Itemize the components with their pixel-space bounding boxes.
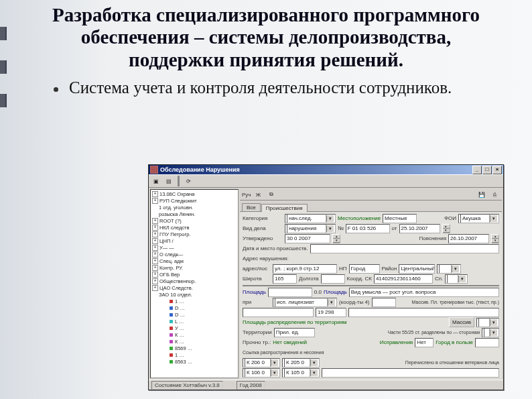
combo-parts[interactable]: ▾ xyxy=(482,328,499,337)
tree-node[interactable]: +Спец. адм xyxy=(151,258,238,264)
spin-approved[interactable]: ▴▾ xyxy=(332,234,340,243)
inp-no[interactable]: F 01 03 526 xyxy=(346,224,390,233)
label-area-dist: Площадь распределения по территориям xyxy=(243,319,347,325)
label-foiv: ФОИ xyxy=(444,215,456,221)
minimize-button[interactable]: _ xyxy=(472,166,482,174)
label-coord-sk: Коорд. СК xyxy=(347,276,372,282)
inp-r10b[interactable]: 19 298 xyxy=(316,308,346,317)
tree-node[interactable]: +13.08С Охрана xyxy=(151,190,238,197)
label-kategoria: Категория xyxy=(243,215,283,221)
inp-terr[interactable]: Прил. ед. xyxy=(274,328,315,337)
font-bold-icon[interactable]: Ж xyxy=(253,189,264,200)
tree-leaf[interactable]: L … xyxy=(151,318,238,325)
tool-refresh-icon[interactable]: ⟳ xyxy=(183,176,194,186)
label-area2: Площадь xyxy=(324,289,347,295)
tree-node[interactable]: +ГПУ Петрогр. xyxy=(151,231,238,237)
btn-massiv[interactable]: Массив xyxy=(449,317,474,327)
tree-leaf[interactable]: У … xyxy=(151,325,238,331)
tree-node[interactable]: +ЦНП / xyxy=(151,237,238,244)
inp-poyasn-date[interactable]: 26.10.2007 xyxy=(448,234,489,243)
tree-leaf[interactable]: 1 … xyxy=(151,298,238,304)
tree-node[interactable]: +ОГБ Вер xyxy=(151,271,238,278)
inp-perech[interactable] xyxy=(322,368,499,378)
label-prochno: Прочно тр.: xyxy=(243,339,271,345)
combo-k105[interactable]: К 105 0▾ xyxy=(282,368,320,378)
tree-leaf[interactable]: D … xyxy=(151,311,238,318)
tree-leaf[interactable]: 1 … xyxy=(151,351,238,358)
maximize-button[interactable]: □ xyxy=(482,166,492,174)
spin-poyasn[interactable]: ▴▾ xyxy=(491,234,499,243)
tree-leaf[interactable]: К … xyxy=(151,338,238,345)
print-icon[interactable]: ⎙ xyxy=(489,189,500,200)
tree-leaf[interactable]: D … xyxy=(151,304,238,311)
tree-node[interactable]: 1 отд. уголовн. xyxy=(151,204,238,211)
combo-k106[interactable]: К 106 0▾ xyxy=(243,368,280,378)
label-date-place: Дата и место происшеств. xyxy=(243,245,308,251)
tab-all[interactable]: Все xyxy=(242,203,261,211)
combo-region-ext[interactable]: ▾ xyxy=(437,264,461,274)
combo-kategoria[interactable]: нач.след.▾ xyxy=(285,214,336,223)
tree-node[interactable]: ЗАО 10 отдел. xyxy=(151,291,238,298)
inp-lat[interactable]: 165 xyxy=(273,274,297,284)
slide-title: Разработка специализированного программн… xyxy=(0,0,532,71)
label-area1: Площадь xyxy=(243,289,266,295)
app-window: Обследование Нарушения _ □ × ▣ ▤ ⟳ +13.0… xyxy=(148,164,504,390)
tree-node[interactable]: розыска Ленин. xyxy=(151,211,238,217)
save-icon[interactable]: 💾 xyxy=(476,189,487,200)
tree-leaf[interactable]: К … xyxy=(151,331,238,338)
combo-vid[interactable]: нарушения▾ xyxy=(285,224,336,233)
inp-mesto[interactable]: Местные xyxy=(383,214,417,223)
combo-sp[interactable]: ▾ xyxy=(445,274,468,284)
combo-k205[interactable]: К 205 0▾ xyxy=(282,358,320,367)
inp-area1[interactable] xyxy=(268,288,312,297)
tree-node[interactable]: +Общественпор. xyxy=(151,278,238,284)
link-ispr[interactable]: Исправления xyxy=(380,339,413,345)
inp-date1[interactable]: 25.10.2007 xyxy=(399,224,440,233)
inp-area2[interactable]: Вид умысла — рост угол. вопроса xyxy=(349,288,499,297)
tool-open-icon[interactable]: ▤ xyxy=(163,176,174,186)
label-approved: Утверждено xyxy=(243,235,283,241)
tree-node[interactable]: +РУП Следкомит xyxy=(151,197,238,204)
combo-foiv[interactable]: Акушка▾ xyxy=(458,214,499,223)
tree-node[interactable]: +У— — xyxy=(151,244,238,251)
spin-date1[interactable]: ▴▾ xyxy=(442,224,450,233)
tree-panel[interactable]: +13.08С Охрана+РУП Следкомит1 отд. уголо… xyxy=(150,189,239,378)
link-gorod[interactable]: Город в пользе xyxy=(436,339,473,345)
inp-region[interactable]: Центральный xyxy=(399,264,435,274)
inp-coords4[interactable] xyxy=(372,298,396,307)
inp-ispr[interactable]: Нет xyxy=(415,338,434,347)
label-lat: Широта xyxy=(243,276,271,282)
tree-node[interactable]: +О следк— xyxy=(151,251,238,258)
app-icon xyxy=(150,166,158,174)
tree-leaf[interactable]: 8569 … xyxy=(151,345,238,351)
label-hf: НП xyxy=(339,266,347,272)
combo-massiv[interactable]: ▾ xyxy=(476,318,499,327)
combo-user[interactable]: исп. лицензиат▾ xyxy=(273,298,337,307)
inp-address[interactable]: ул. ; корп.9 стр.12 xyxy=(273,264,337,274)
inp-approved[interactable]: 30 0 2007 xyxy=(285,234,330,243)
inp-hf[interactable]: Город xyxy=(349,264,380,274)
bullet-text: Система учета и контроля деятельности со… xyxy=(69,78,452,98)
tool-new-icon[interactable]: ▣ xyxy=(151,176,161,186)
inp-date-place[interactable] xyxy=(310,244,499,253)
tree-leaf[interactable]: 8563 … xyxy=(151,358,238,365)
tree-node[interactable]: +НКЛ следств xyxy=(151,224,238,231)
inp-r10a[interactable] xyxy=(243,308,314,317)
titlebar[interactable]: Обследование Нарушения _ □ × xyxy=(149,165,503,174)
tab-incidents[interactable]: Происшествия xyxy=(261,204,308,212)
copy-icon[interactable]: ⧉ xyxy=(266,189,277,200)
label-perech: Перечислено в отношении ветеранов лица xyxy=(405,360,499,365)
inp-coord-sk[interactable]: 414029123611460 xyxy=(374,274,433,284)
inp-r10c[interactable] xyxy=(348,308,499,317)
inp-lon[interactable] xyxy=(321,274,345,284)
tree-node[interactable]: +ЦАО Следств. xyxy=(151,284,238,291)
inp-gorod[interactable] xyxy=(475,338,499,347)
label-terr: Территории xyxy=(243,329,272,335)
combo-k206[interactable]: К 206 0▾ xyxy=(243,358,280,367)
label-massiv-text: Массив. Пл. тренировки тыс. (текст, пр.) xyxy=(412,300,499,304)
tree-node[interactable]: +Контр. РУ. xyxy=(151,264,238,271)
close-button[interactable]: × xyxy=(492,166,502,174)
label-parts: Части 55/25 ст. разделены по — сторонам xyxy=(388,330,480,335)
link-nosved[interactable]: Нет сведений xyxy=(273,339,307,345)
tree-node[interactable]: +ROOT (?) xyxy=(151,217,238,224)
